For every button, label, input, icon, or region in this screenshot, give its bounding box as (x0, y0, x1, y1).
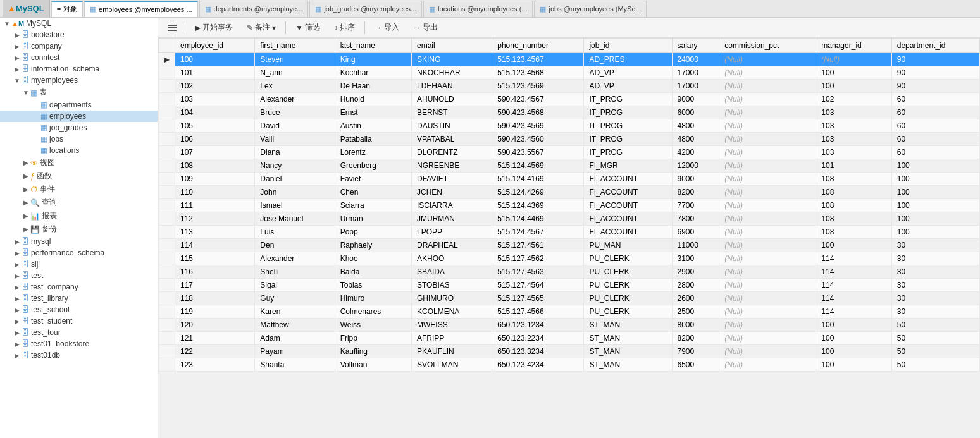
cell-job-id: IT_PROG (584, 119, 672, 133)
table-row[interactable]: 106ValliPataballaVPATABAL590.423.4560IT_… (159, 133, 980, 146)
col-commission-pct[interactable]: commission_pct (719, 39, 816, 53)
sidebar-item-departments[interactable]: ▦ departments (0, 99, 158, 111)
sidebar-item-siji[interactable]: ▶ 🗄 siji (0, 259, 158, 270)
table-row[interactable]: ▶100StevenKingSKING515.123.4567AD_PRES24… (159, 53, 980, 66)
tab-locations[interactable]: ▦ locations @myemployees (... (423, 1, 533, 17)
sidebar-item-mysql[interactable]: ▶ 🗄 mysql (0, 236, 158, 247)
col-employee-id[interactable]: employee_id (175, 39, 255, 53)
cell-salary: 7900 (672, 345, 719, 358)
cell-salary: 2600 (672, 292, 719, 305)
sidebar-item-test01db[interactable]: ▶ 🗄 test01db (0, 350, 158, 361)
row-marker-cell (159, 226, 175, 239)
sidebar-group-views[interactable]: ▶ 👁 视图 (0, 156, 158, 169)
filter-button[interactable]: ▼ 筛选 (290, 20, 326, 35)
sidebar-group-queries[interactable]: ▶ 🔍 查询 (0, 196, 158, 209)
sort-icon: ↕ (334, 23, 338, 32)
sidebar-item-departments-label: departments (49, 100, 92, 109)
tab-departments[interactable]: ▦ departments @myemploye... (199, 1, 309, 17)
cell-last-name: Popp (335, 226, 411, 239)
table-row[interactable]: 109DanielFavietDFAVIET515.124.4169FI_ACC… (159, 173, 980, 186)
sidebar-item-jobs[interactable]: ▦ jobs (0, 133, 158, 145)
import-button[interactable]: → 导入 (369, 20, 405, 35)
tab-obj[interactable]: ≡ 对象 (51, 1, 83, 17)
cell-job-id: IT_PROG (584, 133, 672, 146)
cell-salary: 4200 (672, 146, 719, 159)
sidebar-group-reports[interactable]: ▶ 📊 报表 (0, 209, 158, 222)
table-row[interactable]: 108NancyGreenbergNGREENBE515.124.4569FI_… (159, 159, 980, 173)
sidebar-item-employees[interactable]: ▦ employees (0, 111, 158, 122)
null-value: (Null) (724, 347, 743, 356)
table-row[interactable]: 107DianaLorentzDLORENTZ590.423.5567IT_PR… (159, 146, 980, 159)
cell-phone-number: 515.123.4568 (492, 66, 584, 80)
tab-employees[interactable]: ▦ employees @myemployees ... (84, 1, 198, 17)
begin-transaction-button[interactable]: ▶ 开始事务 (189, 20, 239, 35)
menu-button[interactable] (163, 21, 181, 34)
sidebar-root[interactable]: ▼ ▲M MySQL (0, 18, 158, 29)
table-row[interactable]: 102LexDe HaanLDEHAAN515.123.4569AD_VP170… (159, 80, 980, 93)
table-row[interactable]: 111IsmaelSciarraISCIARRA515.124.4369FI_A… (159, 199, 980, 212)
table-row[interactable]: 104BruceErnstBERNST590.423.4568IT_PROG60… (159, 106, 980, 119)
table-row[interactable]: 105DavidAustinDAUSTIN590.423.4569IT_PROG… (159, 119, 980, 133)
col-first-name[interactable]: first_name (255, 39, 335, 53)
sidebar-group-funcs[interactable]: ▶ ƒ 函数 (0, 169, 158, 183)
sidebar-item-test[interactable]: ▶ 🗄 test (0, 270, 158, 281)
cell-department-id: 60 (891, 133, 979, 146)
table-row[interactable]: 117SigalTobiasSTOBIAS515.127.4564PU_CLER… (159, 279, 980, 292)
sidebar-item-company[interactable]: ▶ 🗄 company (0, 40, 158, 52)
table-row[interactable]: 116ShelliBaidaSBAIDA515.127.4563PU_CLERK… (159, 265, 980, 279)
table-row[interactable]: 118GuyHimuroGHIMURO515.127.4565PU_CLERK2… (159, 292, 980, 305)
sidebar-item-performance-schema[interactable]: ▶ 🗄 performance_schema (0, 247, 158, 259)
table-row[interactable]: 121AdamFrippAFRIPP650.123.2234ST_MAN8200… (159, 332, 980, 345)
sidebar-item-job-grades[interactable]: ▦ job_grades (0, 122, 158, 133)
note-button[interactable]: ✎ 备注 ▾ (241, 20, 282, 35)
col-last-name[interactable]: last_name (335, 39, 411, 53)
sidebar-group-backup[interactable]: ▶ 💾 备份 (0, 222, 158, 236)
queries-toggle-icon: ▶ (22, 199, 30, 206)
col-phone-number[interactable]: phone_number (492, 39, 584, 53)
tab-job-grades[interactable]: ▦ job_grades @myemployees... (309, 1, 422, 17)
sidebar-item-test-school[interactable]: ▶ 🗄 test_school (0, 304, 158, 315)
sidebar-item-conntest[interactable]: ▶ 🗄 conntest (0, 52, 158, 63)
sidebar-group-tables[interactable]: ▼ ▦ 表 (0, 86, 158, 99)
col-email[interactable]: email (411, 39, 492, 53)
cell-salary: 2500 (672, 305, 719, 319)
col-job-id[interactable]: job_id (584, 39, 672, 53)
table-row[interactable]: 123ShantaVollmanSVOLLMAN650.123.4234ST_M… (159, 358, 980, 372)
cell-commission-pct: (Null) (719, 66, 816, 80)
cell-last-name: Vollman (335, 358, 411, 372)
table-row[interactable]: 110JohnChenJCHEN515.124.4269FI_ACCOUNT82… (159, 186, 980, 199)
table-row[interactable]: 120MatthewWeissMWEISS650.123.1234ST_MAN8… (159, 319, 980, 332)
sidebar-item-information-schema[interactable]: ▶ 🗄 information_schema (0, 63, 158, 75)
sort-label: 排序 (340, 22, 355, 33)
tab-jobs[interactable]: ▦ jobs @myemployees (MySc... (534, 1, 647, 17)
col-department-id[interactable]: department_id (891, 39, 979, 53)
export-button[interactable]: → 导出 (407, 20, 443, 35)
sidebar-item-test01-bookstore[interactable]: ▶ 🗄 test01_bookstore (0, 338, 158, 350)
table-row[interactable]: 112Jose ManuelUrmanJMURMAN515.124.4469FI… (159, 212, 980, 226)
table-row[interactable]: 113LuisPoppLPOPP515.124.4567FI_ACCOUNT69… (159, 226, 980, 239)
sidebar-group-events[interactable]: ▶ ⏱ 事件 (0, 183, 158, 196)
cell-department-id: 50 (891, 319, 979, 332)
cell-job-id: FI_ACCOUNT (584, 199, 672, 212)
table-row[interactable]: 101N_annKochharNKOCHHAR515.123.4568AD_VP… (159, 66, 980, 80)
col-manager-id[interactable]: manager_id (816, 39, 891, 53)
cell-job-id: PU_CLERK (584, 279, 672, 292)
cell-manager-id: 114 (816, 292, 891, 305)
sidebar-item-myemployees[interactable]: ▼ 🗄 myemployees (0, 75, 158, 86)
table-row[interactable]: 103AlexanderHunoldAHUNOLD590.423.4567IT_… (159, 93, 980, 106)
sidebar-item-test-student[interactable]: ▶ 🗄 test_student (0, 315, 158, 327)
table-row[interactable]: 114DenRaphaelyDRAPHEAL515.127.4561PU_MAN… (159, 239, 980, 252)
cell-manager-id: 100 (816, 358, 891, 372)
table-row[interactable]: 115AlexanderKhooAKHOO515.127.4562PU_CLER… (159, 252, 980, 265)
sort-button[interactable]: ↕ 排序 (328, 20, 361, 35)
table-row[interactable]: 122PayamKauflingPKAUFLIN650.123.3234ST_M… (159, 345, 980, 358)
col-salary[interactable]: salary (672, 39, 719, 53)
sidebar-item-test-tour[interactable]: ▶ 🗄 test_tour (0, 327, 158, 338)
table-row[interactable]: 119KarenColmenaresKCOLMENA515.127.4566PU… (159, 305, 980, 319)
sidebar-item-test-library[interactable]: ▶ 🗄 test_library (0, 293, 158, 304)
cell-first-name: Luis (255, 226, 335, 239)
cell-first-name: Guy (255, 292, 335, 305)
sidebar-item-test-company[interactable]: ▶ 🗄 test_company (0, 281, 158, 293)
sidebar-item-bookstore[interactable]: ▶ 🗄 bookstore (0, 29, 158, 40)
sidebar-item-locations[interactable]: ▦ locations (0, 145, 158, 156)
